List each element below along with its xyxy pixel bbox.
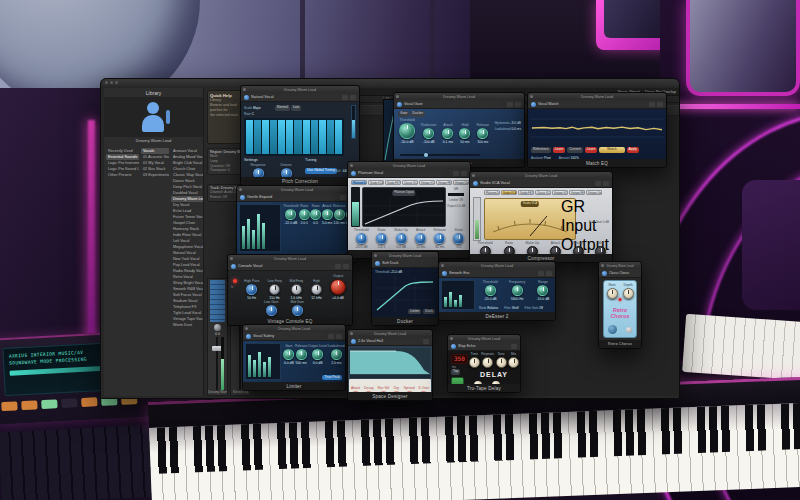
- link-icon[interactable]: [442, 271, 447, 276]
- link-icon[interactable]: [451, 344, 456, 349]
- preset-name[interactable]: Classic Chorus: [609, 271, 638, 275]
- depth-knob[interactable]: Depth: [623, 283, 634, 299]
- rate-knob[interactable]: Rate: [607, 283, 618, 299]
- threshold-readout[interactable]: Threshold -21.0 dB: [375, 270, 402, 274]
- preset-name[interactable]: Soft Duck: [382, 261, 435, 265]
- ducker-button[interactable]: Duck: [423, 309, 435, 315]
- scale-controls[interactable]: Scale Major Root C: [244, 106, 261, 116]
- threshold-knob[interactable]: Threshold-18.0 dB: [477, 241, 492, 254]
- compare-button[interactable]: [649, 102, 655, 107]
- ratio-knob[interactable]: Ratio2.0:1: [376, 228, 387, 249]
- stomp-pad[interactable]: [451, 377, 464, 384]
- plugin-titlebar[interactable]: Dreamy Warm Lead: [439, 262, 555, 269]
- close-icon[interactable]: [472, 174, 475, 177]
- bypass-button[interactable]: [546, 271, 552, 276]
- filter-option[interactable]: Filter Shelf: [504, 306, 518, 310]
- low-gain-knob[interactable]: Low Gain+2.0 dB: [264, 300, 278, 317]
- release-knob[interactable]: Release120 ms: [333, 204, 345, 225]
- compare-button[interactable]: [340, 195, 346, 200]
- circuit-button[interactable]: Classic VCA: [535, 190, 551, 195]
- library-item[interactable]: 03 Experimental: [141, 172, 169, 178]
- response-knob[interactable]: Response212 ms: [250, 163, 265, 177]
- circuit-button[interactable]: Vintage VCA: [552, 190, 568, 195]
- preset-name[interactable]: Console Vocal: [238, 264, 333, 268]
- lookahead-knob[interactable]: Lookahead2.0 ms: [328, 344, 345, 365]
- circuit-button[interactable]: Studio VCA: [501, 190, 517, 195]
- link-icon[interactable]: [473, 181, 478, 186]
- knee-knob[interactable]: Knee0.5: [453, 228, 464, 249]
- preset-name[interactable]: Studio VCA Vocal: [480, 181, 593, 185]
- compare-button[interactable]: [595, 181, 601, 186]
- compare-button[interactable]: [335, 264, 341, 269]
- spectrum-display[interactable]: [530, 111, 664, 145]
- repeats-knob[interactable]: Repeats: [481, 352, 494, 368]
- attack-knob[interactable]: Attack: [351, 386, 360, 392]
- circuit-button[interactable]: Vintage FET: [436, 180, 452, 185]
- insert-slot-stack[interactable]: [210, 280, 225, 322]
- preset-name[interactable]: Platinum Vocal: [358, 171, 451, 175]
- link-icon[interactable]: [351, 339, 356, 344]
- link-icon[interactable]: [602, 271, 607, 276]
- plugin-titlebar[interactable]: Dreamy Warm Lead: [243, 325, 345, 332]
- release-knob[interactable]: Release500 ms: [295, 344, 307, 365]
- link-icon[interactable]: [397, 102, 402, 107]
- attack-knob[interactable]: Attack0.1 ms: [442, 123, 453, 144]
- range-button[interactable]: Low: [291, 105, 301, 111]
- circuit-button[interactable]: Studio VCA: [368, 180, 384, 185]
- threshold-knob[interactable]: Threshold-50.0 dB: [399, 118, 415, 144]
- library-item[interactable]: Other Presets: [106, 172, 139, 178]
- plugin-titlebar[interactable]: Dreamy Warm Lead: [372, 252, 438, 259]
- range-button[interactable]: Normal: [275, 105, 290, 111]
- tone-knob[interactable]: Tone: [496, 352, 507, 368]
- library-column-1[interactable]: Recently UsedEssential SoundsLogic Pro I…: [106, 148, 139, 394]
- circuit-button[interactable]: Vintage Opto: [586, 190, 602, 195]
- threshold-knob[interactable]: Threshold-22.0 dB: [283, 204, 298, 225]
- threshold-knob[interactable]: Threshold-20.0 dB: [354, 228, 369, 249]
- hold-knob[interactable]: Hold50 ms: [459, 123, 470, 144]
- close-icon[interactable]: [450, 337, 453, 340]
- reduction-knob[interactable]: Reduction-100 dB: [421, 123, 436, 144]
- pan-knob[interactable]: [214, 324, 221, 331]
- minimize-icon[interactable]: [110, 81, 113, 84]
- current-learn-button[interactable]: Learn: [585, 147, 598, 153]
- link-icon[interactable]: [531, 102, 536, 107]
- preset-name[interactable]: Smooth Ess: [449, 271, 536, 275]
- library-column-2[interactable]: Vocals01 Acoustic Vocal01 My Vocal02 Bus…: [141, 148, 169, 394]
- mix-knob[interactable]: Mix100%: [595, 241, 606, 254]
- compare-button[interactable]: [342, 95, 348, 100]
- link-icon[interactable]: [231, 264, 236, 269]
- ducker-curve[interactable]: [375, 276, 435, 312]
- chorus-stomp-button[interactable]: [608, 325, 617, 334]
- ratio-knob[interactable]: Ratio4.0:1: [504, 241, 515, 254]
- x-over-knob[interactable]: X-Over: [418, 386, 429, 392]
- ducker-button[interactable]: Listen: [408, 309, 421, 315]
- mode-option[interactable]: Mode Relative: [479, 306, 498, 310]
- use-global-tuning-button[interactable]: Use Global Tuning: [305, 168, 337, 174]
- compare-button[interactable]: [328, 334, 334, 339]
- tap-button[interactable]: Tap: [451, 369, 460, 375]
- hysteresis-slider[interactable]: [400, 154, 480, 156]
- bypass-button[interactable]: [343, 264, 349, 269]
- close-icon[interactable]: [239, 188, 242, 191]
- current-button[interactable]: Current: [567, 147, 582, 153]
- preset-name[interactable]: Vocal Match: [538, 102, 647, 106]
- close-icon[interactable]: [350, 332, 353, 335]
- bypass-button[interactable]: [603, 181, 609, 186]
- reference-button[interactable]: Reference: [531, 147, 551, 153]
- make-up-knob[interactable]: Make Up0.0 dB: [394, 228, 408, 249]
- close-icon[interactable]: [601, 264, 604, 267]
- close-icon[interactable]: [530, 95, 533, 98]
- window-titlebar[interactable]: [101, 79, 679, 86]
- release-knob[interactable]: Release100 ms: [476, 123, 488, 144]
- plugin-titlebar[interactable]: Dreamy Warm Lead: [394, 93, 524, 100]
- plugin-titlebar[interactable]: Dreamy Warm Lead: [448, 335, 520, 342]
- release-knob[interactable]: Release62 ms: [434, 228, 446, 249]
- meter-mode-button[interactable]: GR: [561, 198, 609, 216]
- close-icon[interactable]: [441, 264, 444, 267]
- library-item[interactable]: Warm Duet: [171, 322, 203, 328]
- close-icon[interactable]: [243, 88, 246, 91]
- reference-learn-button[interactable]: Learn: [553, 147, 566, 153]
- circuit-button[interactable]: Classic VCA: [402, 180, 418, 185]
- limiter-toggle[interactable]: Limiter Off: [449, 198, 463, 202]
- circuit-button[interactable]: Studio FET: [385, 180, 401, 185]
